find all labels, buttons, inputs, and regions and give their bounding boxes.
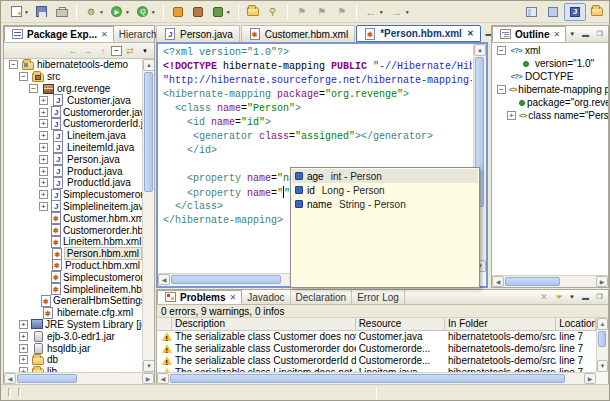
tree-item[interactable]: +JLineitemId.java [4,142,142,154]
problem-row[interactable]: The serializable class CustomerorderId d… [157,355,596,367]
assist-proposal[interactable]: nameString - Person [292,197,478,211]
annotation-flag-1-button[interactable]: ⚑ [292,3,312,21]
expand-icon[interactable]: + [19,355,28,364]
scrollbar-thumb[interactable] [598,331,606,347]
scroll-left-arrow-icon[interactable]: ◀ [157,373,169,384]
expand-icon[interactable]: + [39,108,48,117]
new-java-package-button[interactable] [188,3,208,21]
scroll-right-arrow-icon[interactable]: ▶ [596,276,608,287]
minimize-button[interactable]: ▬ [579,291,592,303]
tree-item[interactable]: −<>hibernate-mapping package [492,83,608,96]
scroll-up-arrow-icon[interactable]: ▲ [474,44,486,56]
dropdown-arrow-icon[interactable]: ▼ [99,9,104,15]
tree-item[interactable]: +JLineitem.java [4,130,142,142]
problems-tab-problems[interactable]: Problems✕ [157,290,242,304]
column-header-description[interactable]: Description [172,318,356,330]
annotation-flag-3-button[interactable]: ⚑ [332,3,352,21]
delete-icon[interactable]: ✕ [537,291,551,304]
tree-item[interactable]: −org.revenge [4,83,142,95]
scroll-down-arrow-icon[interactable]: ▼ [143,360,154,372]
dropdown-arrow-icon[interactable]: ▼ [226,9,231,15]
expand-icon[interactable]: + [39,131,48,140]
tree-item[interactable]: ✱Simplelineitem.hbm.xml [4,283,142,295]
expand-icon[interactable]: + [39,119,48,128]
new-wizard-button[interactable]: ✦▼ [6,3,32,21]
collapse-icon[interactable]: − [497,46,506,55]
collapse-icon[interactable]: − [29,84,38,93]
tree-item[interactable]: +ejb-3.0-edr1.jar [4,330,142,342]
back-button[interactable]: ←▼ [361,3,387,21]
expand-icon[interactable]: + [19,320,28,329]
problems-tab-declaration[interactable]: Declaration [291,290,353,304]
expand-icon[interactable]: + [39,190,48,199]
close-icon[interactable]: ✕ [101,30,108,39]
tree-item[interactable]: +JCustomerorderId.java [4,118,142,130]
collapse-icon[interactable]: − [9,60,18,69]
view-menu-icon[interactable]: ▼ [566,294,578,300]
debug-button[interactable]: ⚙▼ [81,3,107,21]
problem-row[interactable]: The serializable class Customer does not… [157,331,596,343]
problem-row[interactable]: The serializable class Customerorder doe… [157,343,596,355]
view-menu-icon[interactable]: ▼ [566,31,578,37]
editor-tab-customer-hbm-xml[interactable]: ✱Customer.hbm.xml [241,25,355,42]
print-button[interactable] [52,3,72,21]
maximize-button[interactable]: ❐ [593,291,606,303]
minimize-button[interactable]: ▬ [579,28,592,40]
tree-item[interactable]: ✱Product.hbm.xml [4,260,142,272]
expand-icon[interactable]: + [39,155,48,164]
scroll-left-arrow-icon[interactable]: ◀ [4,373,16,384]
filter-icon[interactable]: ⏷ [552,291,566,304]
java-wizard-button[interactable]: ▼ [208,3,234,21]
back-icon[interactable]: ← [66,44,80,57]
tree-item[interactable]: +db [4,354,142,366]
tree-item[interactable]: +JSimplelineitem.java [4,201,142,213]
close-icon[interactable]: ✕ [467,29,474,38]
expand-icon[interactable]: + [39,178,48,187]
column-header-location[interactable]: Location [556,318,596,330]
scroll-up-arrow-icon[interactable]: ▲ [597,318,608,330]
close-icon[interactable]: ✕ [553,30,560,39]
outline-tab-outline[interactable]: Outline✕ [492,26,566,42]
dropdown-arrow-icon[interactable]: ▼ [125,9,130,15]
expand-icon[interactable]: + [39,167,48,176]
expand-icon[interactable]: + [39,96,48,105]
package-explorer-hscrollbar[interactable]: ◀ ▶ [4,372,154,384]
open-perspective-button[interactable] [520,3,542,21]
scroll-down-arrow-icon[interactable]: ▼ [597,360,608,372]
tree-item[interactable]: ✱GeneralHbmSettings.hbm.xml [4,295,142,307]
collapse-all-icon[interactable]: − [111,46,122,56]
forward-icon[interactable]: → [81,44,95,57]
tree-item[interactable]: ✱Customer.hbm.xml [4,212,142,224]
scrollbar-thumb[interactable] [171,275,281,284]
perspective-resource-button[interactable] [542,3,564,21]
scroll-right-arrow-icon[interactable]: ▶ [142,373,154,384]
perspective-folder-button[interactable] [586,3,608,21]
tree-item[interactable]: −hibernatetools-demo [4,59,142,71]
annotation-flag-2-button[interactable]: ⚑ [312,3,332,21]
tree-item[interactable]: ✱hibernate.cfg.xml [4,307,142,319]
expand-icon[interactable]: + [19,332,28,341]
search-button[interactable]: ⚲ [263,3,283,21]
tree-item[interactable]: +JSimplecustomerorder.java [4,189,142,201]
expand-icon[interactable]: + [507,111,516,120]
new-java-class-button[interactable] [168,3,188,21]
expand-icon[interactable]: + [39,202,48,211]
editor-tab--person-hbm-xml[interactable]: ✱*Person.hbm.xml✕ [356,25,480,42]
dropdown-arrow-icon[interactable]: ▼ [379,9,384,15]
scrollbar-thumb[interactable] [144,72,153,192]
assist-proposal[interactable]: ageint - Person [292,169,478,183]
maximize-button[interactable]: ❐ [593,28,606,40]
problems-tab-javadoc[interactable]: Javadoc [242,290,290,304]
problems-vscrollbar[interactable]: ▲ ▼ [596,318,608,372]
editor-tab-person-java[interactable]: JPerson.java [156,25,240,42]
forward-button[interactable]: →▼ [387,3,413,21]
package-explorer-vscrollbar[interactable]: ▲ ▼ [142,59,154,372]
view-menu-icon[interactable]: ▼ [138,44,152,57]
tree-item[interactable]: −src [4,71,142,83]
tree-item[interactable]: +JProduct.java [4,165,142,177]
scroll-up-arrow-icon[interactable]: ▲ [143,59,154,71]
scroll-right-arrow-icon[interactable]: ▶ [584,373,596,384]
package-explorer-tab-package-exp-[interactable]: Package Exp...✕ [4,26,114,42]
scrollbar-thumb[interactable] [17,374,77,383]
tree-item[interactable]: package="org.revenge" [492,96,608,109]
